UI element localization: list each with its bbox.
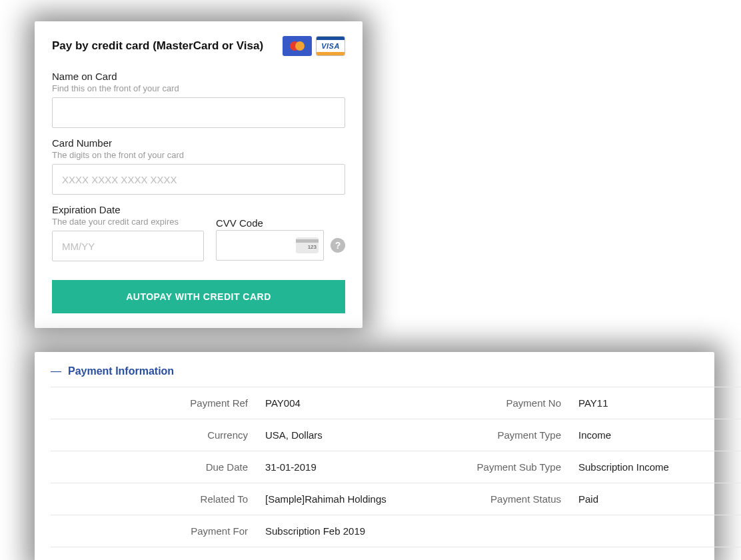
- cvv-label: CVV Code: [216, 217, 345, 229]
- related-to-value: [Sample]Rahimah Holdings: [257, 483, 430, 515]
- expiration-label: Expiration Date: [52, 204, 204, 215]
- svg-point-1: [295, 41, 305, 51]
- collapse-icon[interactable]: —: [51, 365, 61, 377]
- card-number-field: Card Number The digits on the front of y…: [52, 137, 345, 195]
- expiration-hint: The date your credit card expires: [52, 217, 204, 227]
- table-row: Related To [Sample]Rahimah Holdings Paym…: [51, 483, 741, 515]
- card-number-label: Card Number: [52, 137, 345, 149]
- payment-ref-value: PAY004: [257, 387, 430, 419]
- expiration-input[interactable]: [52, 231, 204, 261]
- name-on-card-label: Name on Card: [52, 71, 345, 82]
- payment-for-label: Payment For: [51, 515, 257, 547]
- payment-info-title: Payment Information: [68, 365, 174, 377]
- payment-sub-type-value: Subscription Income: [570, 451, 741, 483]
- cc-header: Pay by credit card (MasterCard or Visa) …: [52, 36, 345, 56]
- cvv-help-icon[interactable]: ?: [331, 238, 345, 253]
- due-date-value: 31-01-2019: [257, 451, 430, 483]
- cc-title: Pay by credit card (MasterCard or Visa): [52, 39, 263, 53]
- visa-icon: VISA: [316, 36, 345, 56]
- table-row: Payment For Subscription Feb 2019: [51, 515, 741, 547]
- credit-card-form: Pay by credit card (MasterCard or Visa) …: [35, 21, 363, 328]
- payment-info-panel: — Payment Information Payment Ref PAY004…: [35, 352, 714, 560]
- exp-cvv-row: Expiration Date The date your credit car…: [52, 204, 345, 271]
- cvv-field: CVV Code 123 ?: [216, 204, 345, 261]
- autopay-button[interactable]: AUTOPAY WITH CREDIT CARD: [52, 280, 345, 313]
- payment-for-value: Subscription Feb 2019: [257, 515, 430, 547]
- card-number-hint: The digits on the front of your card: [52, 150, 345, 160]
- table-row: Due Date 31-01-2019 Payment Sub Type Sub…: [51, 451, 741, 483]
- payment-info-table: Payment Ref PAY004 Payment No PAY11 Curr…: [51, 387, 741, 547]
- payment-info-header: — Payment Information: [51, 365, 698, 377]
- name-on-card-input[interactable]: [52, 97, 345, 128]
- payment-type-label: Payment Type: [430, 419, 570, 451]
- mastercard-icon: [283, 36, 312, 56]
- payment-no-label: Payment No: [430, 387, 570, 419]
- currency-value: USA, Dollars: [257, 419, 430, 451]
- related-to-label: Related To: [51, 483, 257, 515]
- payment-status-value: Paid: [570, 483, 741, 515]
- card-brands: VISA: [283, 36, 345, 56]
- payment-sub-type-label: Payment Sub Type: [430, 451, 570, 483]
- payment-no-value: PAY11: [570, 387, 741, 419]
- table-row: Currency USA, Dollars Payment Type Incom…: [51, 419, 741, 451]
- due-date-label: Due Date: [51, 451, 257, 483]
- name-on-card-hint: Find this on the front of your card: [52, 83, 345, 93]
- payment-type-value: Income: [570, 419, 741, 451]
- name-on-card-field: Name on Card Find this on the front of y…: [52, 71, 345, 128]
- card-number-input[interactable]: [52, 164, 345, 195]
- payment-status-label: Payment Status: [430, 483, 570, 515]
- cvv-card-icon: 123: [296, 237, 319, 253]
- expiration-field: Expiration Date The date your credit car…: [52, 204, 204, 261]
- currency-label: Currency: [51, 419, 257, 451]
- table-row: Payment Ref PAY004 Payment No PAY11: [51, 387, 741, 419]
- payment-ref-label: Payment Ref: [51, 387, 257, 419]
